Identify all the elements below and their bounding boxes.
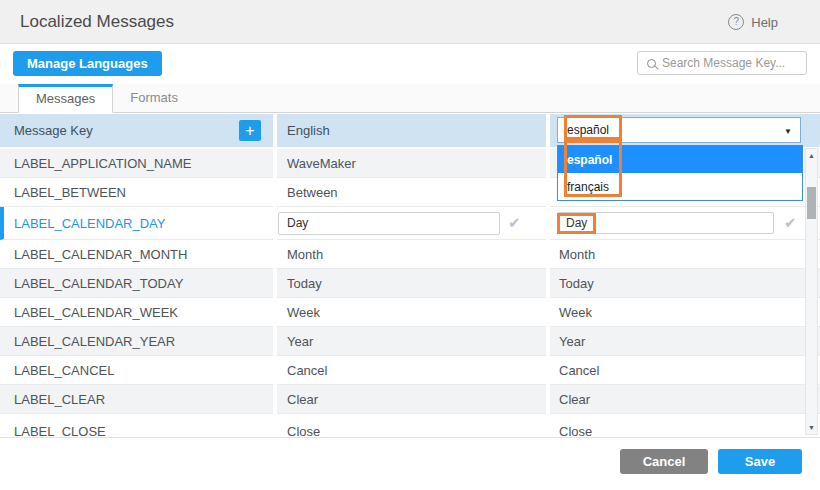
english-value: Week: [287, 305, 320, 320]
table-row[interactable]: LABEL_CALENDAR_TODAYTodayToday: [0, 269, 820, 298]
language-edit-input[interactable]: Day: [557, 212, 774, 234]
table-row[interactable]: LABEL_CLOSECloseClose: [0, 414, 820, 437]
select-caret-icon: ▼: [784, 127, 792, 136]
language-cell: Day✔: [550, 207, 820, 240]
message-key: LABEL_CALENDAR_DAY: [14, 216, 166, 231]
search-input[interactable]: [662, 56, 817, 70]
language-cell: Clear: [550, 385, 820, 414]
confirm-check-icon[interactable]: ✔: [508, 214, 521, 232]
tab-messages[interactable]: Messages: [18, 84, 113, 113]
english-cell: Cancel: [277, 356, 546, 385]
english-value: Between: [287, 185, 338, 200]
table-row[interactable]: LABEL_CALENDAR_DAY✔Day✔: [0, 207, 820, 240]
scroll-up-icon[interactable]: ▲: [806, 152, 817, 159]
english-cell: Year: [277, 327, 546, 356]
search-box[interactable]: [637, 51, 807, 75]
language-cell: Week: [550, 298, 820, 327]
annotation-day-value: Day: [557, 213, 596, 234]
message-key-cell: LABEL_CALENDAR_MONTH: [0, 240, 273, 269]
english-cell: WaveMaker: [277, 149, 546, 178]
message-key-cell: LABEL_CALENDAR_TODAY: [0, 269, 273, 298]
confirm-check-icon[interactable]: ✔: [784, 214, 797, 232]
english-value: Clear: [287, 392, 318, 407]
message-key: LABEL_CALENDAR_YEAR: [14, 334, 175, 349]
add-message-key-button[interactable]: +: [239, 120, 261, 141]
message-key: LABEL_CALENDAR_TODAY: [14, 276, 183, 291]
help-link[interactable]: ? Help: [728, 0, 778, 44]
english-cell: Close: [277, 414, 546, 437]
language-value: Today: [559, 276, 594, 291]
english-cell: ✔: [277, 207, 546, 240]
english-value: Close: [287, 424, 320, 437]
message-key-cell: LABEL_CALENDAR_WEEK: [0, 298, 273, 327]
message-key-cell: LABEL_CLOSE: [0, 414, 273, 437]
english-edit-input[interactable]: [278, 212, 500, 235]
message-key-cell: LABEL_BETWEEN: [0, 178, 273, 207]
language-value: Year: [559, 334, 585, 349]
vertical-scrollbar[interactable]: ▲ ▼: [805, 148, 818, 435]
help-icon: ?: [728, 14, 744, 30]
table-row[interactable]: LABEL_CALENDAR_WEEKWeekWeek: [0, 298, 820, 327]
message-key: LABEL_APPLICATION_NAME: [14, 156, 192, 171]
column-label: Message Key: [14, 123, 93, 138]
option-francais[interactable]: français: [558, 173, 802, 200]
language-value: Cancel: [559, 363, 599, 378]
language-cell: Today: [550, 269, 820, 298]
tab-formats[interactable]: Formats: [113, 84, 195, 113]
table-row[interactable]: LABEL_CLEARClearClear: [0, 385, 820, 414]
title-bar: Localized Messages ? Help: [0, 0, 820, 44]
localized-messages-dialog: Localized Messages ? Help Manage Languag…: [0, 0, 820, 490]
english-value: WaveMaker: [287, 156, 356, 171]
scroll-down-icon[interactable]: ▼: [806, 424, 817, 431]
language-select[interactable]: español ▼: [557, 117, 801, 143]
message-key-cell: LABEL_CANCEL: [0, 356, 273, 385]
english-cell: Week: [277, 298, 546, 327]
column-header-english: English: [277, 114, 546, 147]
message-key: LABEL_CANCEL: [14, 363, 114, 378]
search-icon: [647, 59, 656, 68]
message-key-cell: LABEL_CALENDAR_YEAR: [0, 327, 273, 356]
scrollbar-thumb[interactable]: [807, 187, 816, 219]
english-value: Year: [287, 334, 313, 349]
option-espanol[interactable]: español: [558, 146, 802, 173]
language-cell: Cancel: [550, 356, 820, 385]
language-option-list: español français: [557, 145, 803, 201]
language-select-value: español: [567, 123, 609, 137]
english-cell: Today: [277, 269, 546, 298]
english-cell: Between: [277, 178, 546, 207]
language-value: Clear: [559, 392, 590, 407]
language-cell: Month: [550, 240, 820, 269]
english-value: Cancel: [287, 363, 327, 378]
table-row[interactable]: LABEL_CANCELCancelCancel: [0, 356, 820, 385]
cancel-button[interactable]: Cancel: [620, 449, 708, 474]
message-key-cell: LABEL_CALENDAR_DAY: [0, 207, 273, 240]
language-value: Week: [559, 305, 592, 320]
english-value: Today: [287, 276, 322, 291]
language-value: Month: [559, 247, 595, 262]
table-row[interactable]: LABEL_CALENDAR_MONTHMonthMonth: [0, 240, 820, 269]
language-cell: Year: [550, 327, 820, 356]
page-title: Localized Messages: [20, 0, 174, 44]
footer-bar: Cancel Save: [0, 437, 820, 490]
message-key: LABEL_CALENDAR_WEEK: [14, 305, 178, 320]
message-key: LABEL_CLEAR: [14, 392, 105, 407]
english-cell: Month: [277, 240, 546, 269]
column-label: English: [287, 123, 330, 138]
save-button[interactable]: Save: [718, 449, 802, 474]
tab-bar: Messages Formats: [0, 84, 820, 113]
message-key: LABEL_CALENDAR_MONTH: [14, 247, 187, 262]
message-key: LABEL_CLOSE: [14, 424, 106, 437]
language-cell: Close: [550, 414, 820, 437]
help-label: Help: [751, 15, 778, 30]
column-header-message-key: Message Key +: [0, 114, 273, 147]
manage-languages-button[interactable]: Manage Languages: [13, 51, 162, 76]
message-key: LABEL_BETWEEN: [14, 185, 126, 200]
message-key-cell: LABEL_CLEAR: [0, 385, 273, 414]
english-value: Month: [287, 247, 323, 262]
message-key-cell: LABEL_APPLICATION_NAME: [0, 149, 273, 178]
english-cell: Clear: [277, 385, 546, 414]
table-row[interactable]: LABEL_CALENDAR_YEARYearYear: [0, 327, 820, 356]
language-value: Close: [559, 424, 592, 437]
